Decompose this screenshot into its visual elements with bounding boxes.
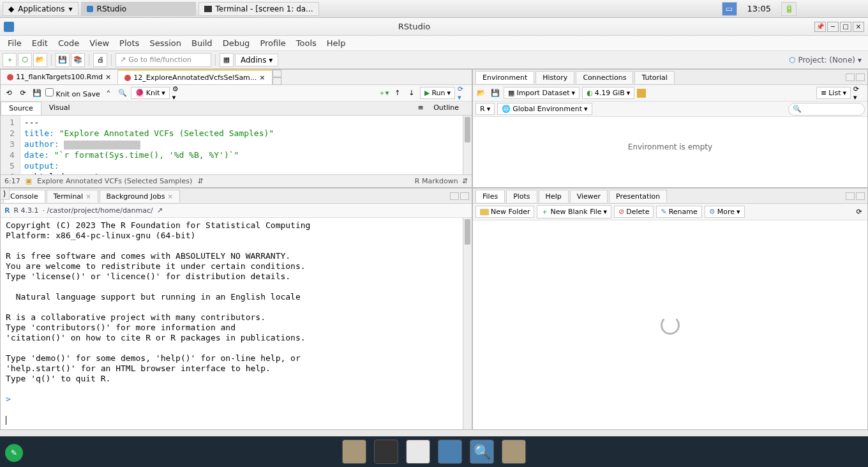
dock-browser-icon[interactable] — [438, 440, 462, 464]
chevron-icon[interactable]: ⇵ — [462, 177, 468, 185]
dock-search-icon[interactable]: 🔍 — [470, 440, 494, 464]
goto-file-input[interactable]: ↗ Go to file/function — [116, 53, 211, 67]
save-ws-icon[interactable]: 💾 — [490, 88, 501, 99]
refresh-icon[interactable]: ⟳ ▾ — [853, 88, 865, 99]
scope-language[interactable]: R ▾ — [475, 103, 495, 115]
close-icon[interactable]: × — [105, 73, 111, 81]
env-search[interactable]: 🔍 — [788, 103, 865, 116]
maximize-pane-button[interactable] — [273, 77, 281, 85]
file-type[interactable]: R Markdown — [415, 177, 458, 185]
tab-bgjobs[interactable]: Background Jobs × — [100, 190, 180, 203]
clear-env-icon[interactable] — [637, 89, 646, 98]
insert-chunk-icon[interactable]: ＋▾ — [378, 88, 389, 99]
working-dir[interactable]: · /castor/project/home/danmac/ — [43, 206, 153, 215]
tab-tutorial[interactable]: Tutorial — [634, 71, 674, 84]
close-button[interactable]: × — [853, 22, 864, 32]
save-all-button[interactable]: 📚 — [71, 53, 85, 67]
applications-menu[interactable]: ◆ Applications ▾ — [3, 2, 79, 16]
dock-editor-icon[interactable] — [406, 440, 430, 464]
menu-file[interactable]: File — [3, 36, 27, 50]
tab-help[interactable]: Help — [539, 190, 569, 203]
minimize-pane-button[interactable] — [273, 70, 281, 77]
chunk-label[interactable]: Explore Annotated VCFs (Selected Samples… — [37, 177, 192, 185]
run-button[interactable]: ▶Run ▾ — [420, 87, 455, 99]
save-button[interactable]: 💾 — [56, 53, 70, 67]
expand-console-icon[interactable]: ⟩ — [0, 188, 10, 200]
taskbar-rstudio[interactable]: RStudio — [81, 2, 196, 16]
pin-button[interactable]: 📌 — [814, 22, 826, 32]
publish-icon[interactable]: ⟳ ▾ — [458, 88, 469, 99]
maximize-pane-button[interactable] — [856, 192, 865, 200]
new-folder-button[interactable]: New Folder — [475, 206, 534, 218]
console-scrollbar[interactable] — [463, 218, 472, 429]
close-icon[interactable]: × — [259, 73, 265, 82]
menu-debug[interactable]: Debug — [218, 36, 255, 50]
nav-down-icon[interactable]: ↓ — [406, 88, 417, 99]
knit-button[interactable]: 🧶Knit ▾ — [131, 87, 170, 99]
view-mode-list[interactable]: ≡ List ▾ — [816, 87, 851, 99]
tab-files[interactable]: Files — [475, 190, 505, 203]
chunk-nav-icon[interactable]: ⇵ — [197, 177, 203, 185]
tools-grid-button[interactable]: ▦ — [220, 53, 234, 67]
view-source[interactable]: Source — [1, 102, 41, 115]
project-selector[interactable]: ⬡ Project: (None) ▾ — [785, 54, 865, 66]
menu-plots[interactable]: Plots — [114, 36, 144, 50]
menu-tools[interactable]: Tools — [291, 36, 322, 50]
forward-icon[interactable]: ⟳ — [17, 88, 29, 99]
refresh-icon[interactable]: ⟳ — [853, 206, 865, 218]
nav-up-icon[interactable]: ↑ — [392, 88, 403, 99]
editor-scrollbar[interactable] — [463, 116, 472, 174]
delete-button[interactable]: ⊘ Delete — [614, 206, 654, 218]
tab-plots[interactable]: Plots — [506, 190, 537, 203]
workspace-switcher[interactable]: ▭ — [722, 2, 737, 16]
maximize-pane-button[interactable] — [460, 192, 469, 200]
close-icon[interactable]: × — [167, 193, 172, 200]
load-ws-icon[interactable]: 📂 — [475, 88, 487, 99]
knit-on-save-checkbox[interactable]: Knit on Save — [45, 88, 100, 98]
minimize-pane-button[interactable] — [450, 192, 459, 200]
clock[interactable]: 13:05 — [742, 4, 776, 13]
print-button[interactable]: 🖨 — [93, 53, 107, 67]
open-file-button[interactable]: 📂 — [33, 53, 47, 67]
maximize-button[interactable]: □ — [840, 22, 851, 32]
tab-connections[interactable]: Connections — [576, 71, 633, 84]
code-editor[interactable]: 123456 --- title: "Explore Annotated VCF… — [1, 116, 472, 174]
browse-dir-icon[interactable]: ↗ — [157, 206, 163, 215]
menu-view[interactable]: View — [84, 36, 114, 50]
menu-edit[interactable]: Edit — [27, 36, 53, 50]
new-project-button[interactable]: ⬡ — [18, 53, 32, 67]
dock-files-icon[interactable] — [342, 440, 366, 464]
import-dataset-button[interactable]: ▦ Import Dataset ▾ — [504, 87, 580, 99]
addins-dropdown[interactable]: Addins ▾ — [235, 54, 278, 66]
new-blank-file-button[interactable]: ＋ New Blank File ▾ — [537, 205, 611, 218]
menu-help[interactable]: Help — [322, 36, 351, 50]
scope-environment[interactable]: 🌐 Global Environment ▾ — [497, 103, 592, 115]
spellcheck-icon[interactable]: ᴬ — [103, 88, 114, 99]
tab-environment[interactable]: Environment — [475, 71, 534, 84]
save-icon[interactable]: 💾 — [31, 88, 43, 99]
find-icon[interactable]: 🔍 — [117, 88, 128, 99]
edit-fab[interactable]: ✎ — [5, 444, 23, 462]
taskbar-terminal[interactable]: Terminal - [screen 1: da... — [198, 2, 319, 16]
source-tab-2[interactable]: 12_ExploreAnnotatedVcfsSelSam... × — [118, 70, 272, 84]
tab-presentation[interactable]: Presentation — [609, 190, 667, 203]
menu-build[interactable]: Build — [186, 36, 218, 50]
minimize-pane-button[interactable] — [846, 192, 855, 200]
view-visual[interactable]: Visual — [41, 102, 78, 115]
outline-toggle[interactable]: ≡ Outline — [410, 102, 472, 115]
minimize-button[interactable]: − — [827, 22, 839, 32]
maximize-pane-button[interactable] — [856, 73, 865, 81]
battery-icon[interactable]: 🔋 — [781, 2, 797, 16]
console-output[interactable]: Copyright (C) 2023 The R Foundation for … — [1, 218, 472, 429]
more-button[interactable]: ⚙ More ▾ — [705, 206, 745, 218]
menu-profile[interactable]: Profile — [255, 36, 290, 50]
dock-folder-icon[interactable] — [502, 440, 526, 464]
menu-session[interactable]: Session — [144, 36, 186, 50]
tab-viewer[interactable]: Viewer — [570, 190, 608, 203]
settings-icon[interactable]: ⚙ ▾ — [172, 88, 184, 99]
tab-history[interactable]: History — [535, 71, 574, 84]
source-tab-1[interactable]: 11_flankTargets100.Rmd × — [1, 70, 118, 84]
back-icon[interactable]: ⟲ — [3, 88, 15, 99]
minimize-pane-button[interactable] — [846, 73, 855, 81]
menu-code[interactable]: Code — [53, 36, 84, 50]
